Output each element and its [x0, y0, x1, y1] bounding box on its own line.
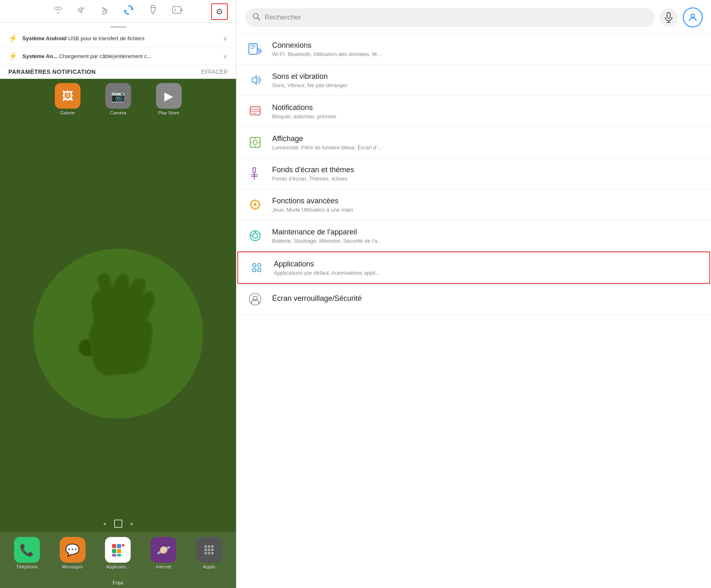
- internet-icon: 🪐: [151, 537, 176, 563]
- sync-icon: [123, 5, 134, 18]
- connexions-title: Connexions: [272, 41, 701, 50]
- settings-item-ecran[interactable]: Écran verrouillage/Sécurité: [236, 284, 711, 315]
- fonds-title: Fonds d'écran et thèmes: [272, 166, 701, 174]
- settings-item-applications[interactable]: Applications Applications par défaut, Au…: [237, 251, 710, 284]
- svg-point-22: [208, 549, 210, 551]
- settings-item-affichage[interactable]: Affichage Luminosité, Filtre de lumière …: [236, 127, 711, 158]
- phone-screen: 🖼 Galerie 📷 Caméra ▶ Play Store 📞 Téléph…: [0, 79, 236, 588]
- app-galerie[interactable]: 🖼 Galerie: [55, 83, 80, 115]
- svg-rect-17: [122, 544, 124, 547]
- messages-label: Messages: [62, 564, 83, 569]
- svg-rect-15: [112, 554, 116, 556]
- settings-item-notifications[interactable]: Notifications Bloquer, autoriser, priori…: [236, 96, 711, 127]
- svg-point-26: [211, 552, 214, 554]
- svg-rect-13: [112, 549, 116, 553]
- settings-item-maintenance[interactable]: Maintenance de l'appareil Batterie, Stoc…: [236, 220, 711, 251]
- svg-rect-6: [181, 9, 183, 11]
- fonctions-subtitle: Jeux, Mode Utilisation à une main: [272, 207, 701, 213]
- connexions-subtitle: Wi-Fi, Bluetooth, Utilisation des donnée…: [272, 51, 701, 57]
- svg-point-20: [211, 545, 214, 548]
- camera-label: Caméra: [110, 110, 126, 115]
- settings-item-connexions[interactable]: Connexions Wi-Fi, Bluetooth, Utilisation…: [236, 34, 711, 65]
- fonds-icon: [246, 165, 264, 182]
- app-camera[interactable]: 📷 Caméra: [105, 83, 131, 115]
- applications-grid-icon: [105, 537, 131, 563]
- bluetooth-icon: [101, 5, 109, 17]
- expand-icon-2: ∨: [223, 52, 228, 60]
- carrier-label: Free: [0, 580, 236, 586]
- search-icon: [252, 12, 261, 23]
- left-panel: ⚙ ⚡ Système Android USB pour le transfer…: [0, 0, 236, 588]
- battery-icon: [172, 5, 183, 18]
- svg-point-19: [208, 545, 210, 548]
- notification-usb-text: Système Android USB pour le transfert de…: [22, 35, 218, 41]
- svg-point-25: [208, 552, 210, 554]
- dock-telephone[interactable]: 📞 Téléphone: [14, 537, 40, 569]
- svg-point-24: [205, 552, 207, 554]
- notifications-subtitle: Bloquer, autoriser, prioriser: [272, 113, 701, 120]
- search-placeholder: Rechercher: [265, 13, 647, 22]
- connexions-text: Connexions Wi-Fi, Bluetooth, Utilisation…: [272, 41, 701, 57]
- sons-text: Sons et vibration Sons, Vibreur, Ne pas …: [272, 72, 701, 88]
- settings-item-sons[interactable]: Sons et vibration Sons, Vibreur, Ne pas …: [236, 65, 711, 96]
- settings-item-fonctions[interactable]: Fonctions avancées Jeux, Mode Utilisatio…: [236, 189, 711, 220]
- affichage-icon: [246, 134, 264, 151]
- messages-icon: 💬: [60, 537, 85, 563]
- expand-icon: ∨: [223, 34, 228, 42]
- sons-subtitle: Sons, Vibreur, Ne pas déranger: [272, 82, 701, 88]
- svg-rect-41: [253, 168, 256, 173]
- affichage-text: Affichage Luminosité, Filtre de lumière …: [272, 134, 701, 151]
- ecran-title: Écran verrouillage/Sécurité: [272, 294, 701, 303]
- dock-applis[interactable]: Applis: [196, 537, 222, 569]
- svg-point-23: [211, 549, 214, 551]
- fonctions-title: Fonctions avancées: [272, 197, 701, 205]
- maintenance-text: Maintenance de l'appareil Batterie, Stoc…: [272, 228, 701, 244]
- mic-button[interactable]: [660, 8, 678, 27]
- wifi-icon: [53, 6, 63, 17]
- nav-back-icon[interactable]: [104, 523, 106, 525]
- applications-subtitle: Applications par défaut, Autorisations a…: [274, 270, 699, 276]
- dock-messages[interactable]: 💬 Messages: [60, 537, 85, 569]
- notification-usb[interactable]: ⚡ Système Android USB pour le transfert …: [0, 29, 236, 47]
- nav-home-icon[interactable]: [114, 520, 122, 528]
- applications-title: Applications: [274, 260, 699, 268]
- charge-icon: ⚡: [8, 51, 17, 61]
- affichage-title: Affichage: [272, 134, 701, 143]
- search-bar[interactable]: Rechercher: [245, 8, 655, 27]
- settings-item-fonds[interactable]: Fonds d'écran et thèmes Fonds d'écran, T…: [236, 158, 711, 189]
- usb-icon: ⚡: [8, 34, 17, 43]
- notification-settings-bar: PARAMÈTRES NOTIFICATION EFFACER: [0, 65, 236, 79]
- fonctions-text: Fonctions avancées Jeux, Mode Utilisatio…: [272, 197, 701, 213]
- profile-button[interactable]: [683, 7, 703, 27]
- svg-point-40: [253, 140, 257, 144]
- wallpaper-fist: [0, 79, 236, 588]
- galerie-label: Galerie: [60, 110, 75, 115]
- dock-applications[interactable]: Applicatio...: [105, 537, 131, 569]
- telephone-label: Téléphone: [16, 564, 38, 569]
- svg-point-50: [258, 268, 261, 272]
- svg-rect-12: [117, 544, 121, 548]
- clear-button[interactable]: EFFACER: [201, 68, 228, 75]
- fonds-text: Fonds d'écran et thèmes Fonds d'écran, T…: [272, 166, 701, 182]
- svg-point-32: [691, 14, 694, 17]
- notification-charge[interactable]: ⚡ Système An... Chargement par câble(ent…: [0, 47, 236, 65]
- dock-internet[interactable]: 🪐 Internet: [151, 537, 176, 569]
- maintenance-subtitle: Batterie, Stockage, Mémoire, Sécurité de…: [272, 238, 701, 244]
- telephone-icon: 📞: [14, 537, 40, 563]
- app-playstore[interactable]: ▶ Play Store: [156, 83, 182, 115]
- gear-button[interactable]: ⚙: [211, 3, 228, 20]
- nav-recents-icon[interactable]: [131, 523, 133, 525]
- fonctions-icon: [246, 196, 264, 213]
- applications-label: Applicatio...: [106, 564, 130, 569]
- applis-icon: [196, 537, 222, 563]
- settings-list: Connexions Wi-Fi, Bluetooth, Utilisation…: [236, 34, 711, 588]
- notification-settings-label: PARAMÈTRES NOTIFICATION: [8, 68, 96, 75]
- maintenance-title: Maintenance de l'appareil: [272, 228, 701, 237]
- playstore-icon: ▶: [156, 83, 182, 109]
- top-apps-row: 🖼 Galerie 📷 Caméra ▶ Play Store: [0, 83, 236, 115]
- drag-handle: [0, 23, 236, 29]
- connexions-icon: [246, 40, 264, 58]
- fonds-subtitle: Fonds d'écran, Thèmes, Icônes: [272, 176, 701, 182]
- svg-point-49: [253, 268, 256, 272]
- playstore-label: Play Store: [158, 110, 179, 115]
